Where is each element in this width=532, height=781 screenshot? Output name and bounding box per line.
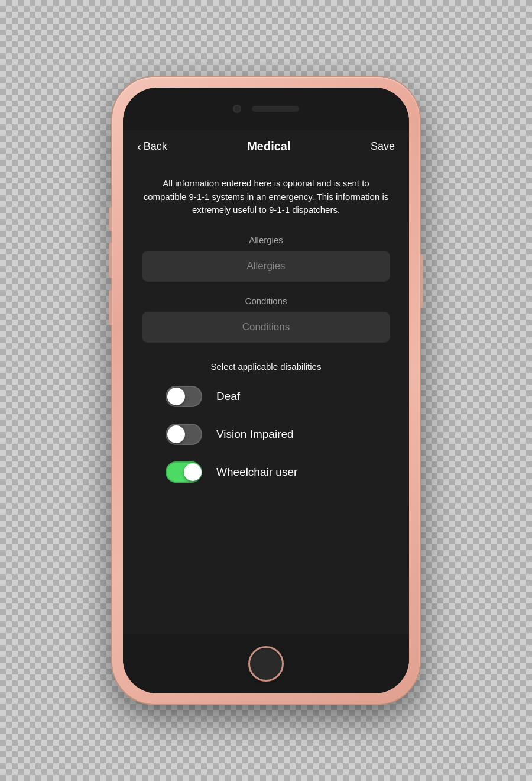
page-title: Medical bbox=[247, 140, 290, 153]
vision-impaired-toggle-row: Vision Impaired bbox=[142, 424, 390, 445]
earpiece-speaker bbox=[252, 106, 299, 112]
wheelchair-label: Wheelchair user bbox=[216, 466, 297, 479]
wheelchair-toggle[interactable] bbox=[166, 462, 202, 483]
navigation-bar: ‹ Back Medical Save bbox=[123, 130, 409, 163]
front-camera bbox=[233, 105, 241, 113]
chevron-left-icon: ‹ bbox=[137, 140, 141, 153]
disabilities-section-title: Select applicable disabilities bbox=[142, 362, 390, 372]
back-button[interactable]: ‹ Back bbox=[137, 140, 167, 153]
deaf-toggle[interactable] bbox=[166, 386, 202, 407]
info-description: All information entered here is optional… bbox=[142, 177, 390, 217]
volume-mute-button[interactable] bbox=[109, 207, 112, 231]
conditions-label: Conditions bbox=[142, 296, 390, 306]
allergies-input[interactable] bbox=[142, 251, 390, 282]
phone-frame: ‹ Back Medical Save All information ente… bbox=[112, 77, 420, 704]
phone-top-bar bbox=[123, 88, 409, 130]
phone-bottom-bar bbox=[123, 634, 409, 693]
deaf-toggle-row: Deaf bbox=[142, 386, 390, 407]
home-button[interactable] bbox=[248, 646, 284, 682]
back-label: Back bbox=[144, 140, 167, 153]
screen-content: ‹ Back Medical Save All information ente… bbox=[123, 130, 409, 634]
deaf-toggle-thumb bbox=[167, 388, 185, 405]
vision-impaired-toggle[interactable] bbox=[166, 424, 202, 445]
vision-impaired-label: Vision Impaired bbox=[216, 428, 294, 441]
phone-screen: ‹ Back Medical Save All information ente… bbox=[123, 88, 409, 693]
volume-down-button[interactable] bbox=[109, 290, 112, 325]
deaf-label: Deaf bbox=[216, 390, 240, 403]
power-button[interactable] bbox=[420, 254, 423, 308]
volume-up-button[interactable] bbox=[109, 243, 112, 278]
save-button[interactable]: Save bbox=[371, 140, 395, 153]
main-content: All information entered here is optional… bbox=[123, 163, 409, 634]
vision-impaired-toggle-thumb bbox=[167, 425, 185, 443]
wheelchair-toggle-thumb bbox=[184, 463, 202, 481]
wheelchair-toggle-row: Wheelchair user bbox=[142, 462, 390, 483]
allergies-label: Allergies bbox=[142, 235, 390, 245]
conditions-input[interactable] bbox=[142, 312, 390, 343]
